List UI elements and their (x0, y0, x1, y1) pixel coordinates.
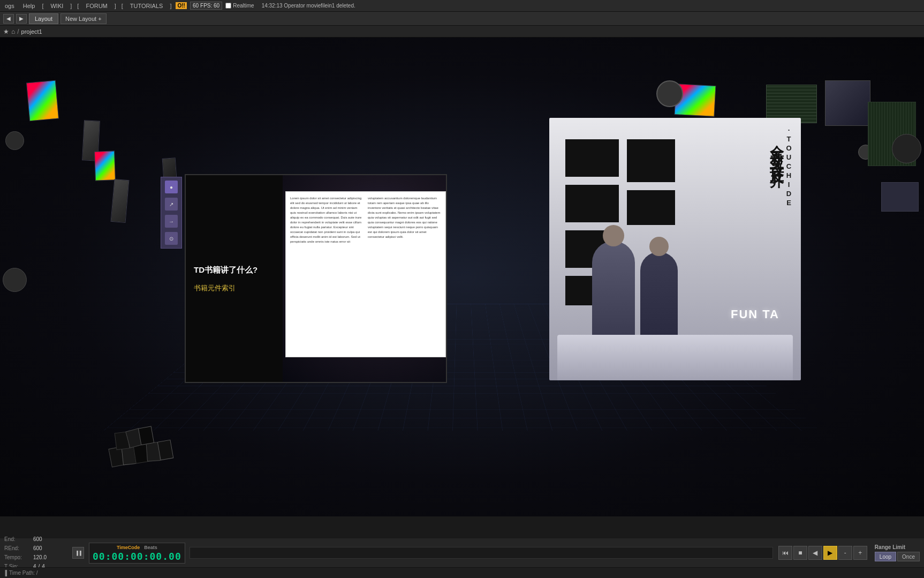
right-stage: ·TOUCHIDE 全新交互设计及开 FUN TA (549, 118, 801, 380)
new-layout-button[interactable]: New Layout + (60, 13, 107, 24)
play-controls: ▐▐ (70, 547, 87, 559)
far-right-card-2 (881, 182, 919, 212)
touchide-vertical-text: 全新交互设计及开 (771, 134, 782, 168)
plus-button[interactable]: + (853, 546, 867, 560)
rend-value[interactable]: 600 (33, 544, 42, 553)
podium (557, 335, 793, 380)
realtime-checkbox[interactable] (225, 3, 231, 9)
tempo-label: Tempo: (4, 553, 31, 562)
back-button[interactable]: ◀ (3, 14, 14, 24)
status-indicator: ▐ (3, 570, 7, 576)
left-circle-1 (5, 131, 24, 150)
presentation-document: Lorem ipsum dolor sit amet consectetur a… (285, 191, 446, 357)
prev-frame-button[interactable]: ◀ (808, 546, 822, 560)
panel-icon-3[interactable]: → (165, 215, 178, 228)
far-right-circle (892, 134, 921, 163)
person-2 (640, 252, 678, 337)
stage-panel-1 (565, 139, 619, 177)
end-value[interactable]: 600 (33, 535, 42, 544)
clock-display (656, 80, 683, 107)
presentation-background: TD书籍讲了什么? 书籍元件索引 Lorem ipsum dolor sit a… (185, 174, 447, 383)
status-bar: ▐ Time Path: / (0, 567, 924, 578)
stage-panel-5 (627, 139, 675, 182)
add-layout-icon: + (98, 16, 101, 22)
breadcrumb-separator: / (17, 28, 19, 35)
to-start-button[interactable]: ⏮ (778, 546, 792, 560)
fps-value: 60 (193, 3, 199, 9)
range-buttons: Loop Once (875, 552, 920, 561)
top-right-card2 (825, 80, 870, 126)
panel-icon-1[interactable]: ● (165, 181, 178, 193)
menu-wiki[interactable]: WIKI (48, 2, 66, 10)
home-icon[interactable]: ⌂ (11, 28, 15, 35)
menu-tutorials[interactable]: TUTORIALS (127, 2, 166, 10)
float-card-1 (26, 80, 59, 122)
rend-label: REnd: (4, 544, 31, 553)
main-viewport: ● ↗ → ⊙ TD书籍讲了什么? 书籍元件索引 Lorem ipsum dol… (0, 37, 924, 516)
person-1 (592, 241, 635, 337)
tempo-value[interactable]: 120.0 (33, 553, 47, 562)
layout-tab[interactable]: Layout (29, 13, 58, 24)
transport-controls: ⏮ ■ ◀ ▶ - + (775, 546, 870, 560)
new-layout-label: New Layout (65, 16, 96, 22)
status-message: 14:32:13 Operator moviefilein1 deleted. (262, 3, 355, 9)
menu-bar: ogs Help [ WIKI ] [ FORUM ] [ TUTORIALS … (0, 0, 924, 12)
panel-icon-2[interactable]: ↗ (165, 198, 178, 211)
menu-help[interactable]: Help (20, 2, 38, 10)
float-card-3 (94, 151, 116, 181)
timecode-value: 00:00:00:00.00 (93, 551, 181, 562)
menu-ogs[interactable]: ogs (2, 2, 17, 10)
loop-button[interactable]: Loop (875, 552, 896, 561)
presentation-title-area: TD书籍讲了什么? 书籍元件索引 (186, 175, 285, 382)
presentation-subtitle: 书籍元件索引 (194, 283, 236, 293)
breadcrumb-project[interactable]: project1 (21, 28, 42, 35)
stage-panel-6 (627, 190, 675, 225)
books-display (99, 388, 195, 474)
presentation-main-title: TD书籍讲了什么? (194, 264, 257, 275)
left-circle-2 (3, 268, 27, 292)
minus-button[interactable]: - (838, 546, 852, 560)
stage-panel-2 (565, 185, 619, 222)
once-button[interactable]: Once (897, 552, 920, 561)
realtime-label: Realtime (233, 3, 254, 9)
time-path-label: Time Path: / (9, 570, 38, 576)
timecode-label: TimeCode (117, 545, 140, 550)
touchide-logo: ·TOUCHIDE (785, 126, 793, 208)
timecode-display[interactable]: TimeCode Beats 00:00:00:00.00 (89, 543, 185, 564)
fps-label: FPS: 60 (200, 3, 219, 9)
fps-indicator: O!! (176, 2, 186, 9)
end-label: End: (4, 535, 31, 544)
left-panel: ● ↗ → ⊙ (161, 177, 182, 249)
star-icon[interactable]: ★ (3, 28, 9, 35)
small-ctrl-btn[interactable]: ▐▐ (72, 547, 84, 559)
panel-icon-4[interactable]: ⊙ (165, 232, 178, 245)
range-limit-section: Range Limit Loop Once (870, 544, 924, 561)
funta-logo: FUN TA (731, 307, 779, 321)
progress-bar[interactable] (190, 547, 773, 559)
menu-forum[interactable]: FORUM (83, 2, 110, 10)
fps-display: 60 FPS: 60 (190, 2, 222, 10)
layout-bar: ◀ ▶ Layout New Layout + (0, 12, 924, 26)
breadcrumb-bar: ★ ⌂ / project1 (0, 26, 924, 37)
center-screen[interactable]: TD书籍讲了什么? 书籍元件索引 Lorem ipsum dolor sit a… (185, 174, 447, 383)
realtime-check[interactable]: Realtime (225, 3, 254, 9)
stop-button[interactable]: ■ (793, 546, 807, 560)
document-content: Lorem ipsum dolor sit amet consectetur a… (286, 192, 445, 249)
bottom-controls: End: 600 REnd: 600 Tempo: 120.0 T Sig: 4… (0, 538, 924, 567)
beats-label: Beats (144, 545, 157, 550)
play-button[interactable]: ▶ (823, 546, 837, 560)
range-limit-label: Range Limit (875, 544, 920, 550)
forward-button[interactable]: ▶ (16, 14, 27, 24)
